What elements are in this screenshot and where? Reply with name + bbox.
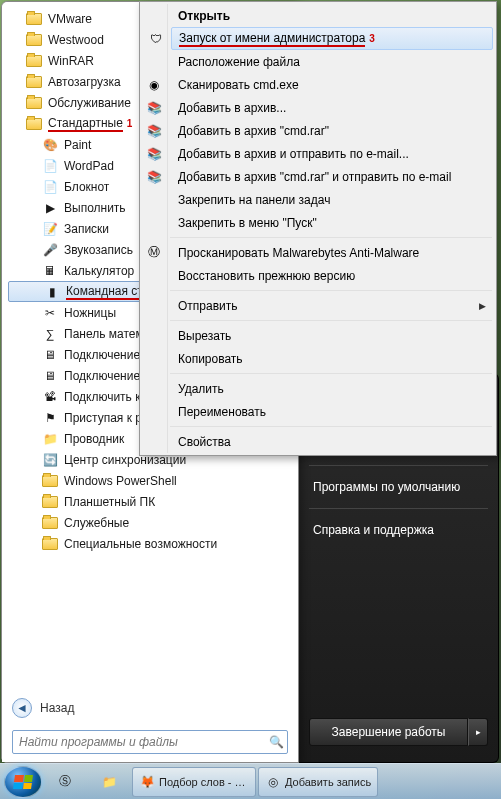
context-menu-item[interactable]: Удалить	[170, 377, 494, 400]
start-item-folder-icon[interactable]: Windows PowerShell	[6, 470, 294, 491]
context-menu-item[interactable]: Восстановить прежнюю версию	[170, 264, 494, 287]
context-menu-separator	[170, 237, 492, 238]
shutdown-options-button[interactable]: ▸	[468, 718, 488, 746]
context-menu-item[interactable]: Вырезать	[170, 324, 494, 347]
context-menu-item[interactable]: ⓂПросканировать Malwarebytes Anti-Malwar…	[170, 241, 494, 264]
search-box-container: 🔍	[12, 730, 288, 754]
snipping-tool-icon: ✂	[42, 305, 58, 321]
taskbar-button-label: Подбор слов - М...	[159, 776, 249, 788]
context-menu-item[interactable]: 📚Добавить в архив "cmd.rar" и отправить …	[170, 165, 494, 188]
getting-started-icon: ⚑	[42, 410, 58, 426]
context-menu-item[interactable]: Расположение файла	[170, 50, 494, 73]
context-menu-item-label: Просканировать Malwarebytes Anti-Malware	[178, 246, 419, 260]
context-menu-item-label: Добавить в архив "cmd.rar"	[178, 124, 329, 138]
context-menu-item-label: Удалить	[178, 382, 224, 396]
folder-icon	[26, 34, 42, 46]
context-menu-item-label: Вырезать	[178, 329, 231, 343]
context-menu-item-label: Сканировать cmd.exe	[178, 78, 299, 92]
context-menu-item[interactable]: 📚Добавить в архив и отправить по e-mail.…	[170, 142, 494, 165]
context-menu-separator	[170, 320, 492, 321]
context-menu-item-label: Добавить в архив...	[178, 101, 286, 115]
firefox-taskbar-icon[interactable]: 🦊Подбор слов - М...	[132, 767, 256, 797]
help-support-link[interactable]: Справка и поддержка	[299, 515, 498, 545]
math-input-icon: ∑	[42, 326, 58, 342]
start-button[interactable]	[4, 766, 42, 798]
folder-icon	[26, 13, 42, 25]
context-menu: Открыть🛡Запуск от имени администратора3Р…	[139, 1, 497, 456]
eset-icon: ◉	[146, 77, 162, 93]
folder-icon	[26, 97, 42, 109]
context-menu-item-label: Запуск от имени администратора3	[179, 31, 375, 47]
taskbar-app-icon: Ⓢ	[57, 774, 73, 790]
winrar-icon: 📚	[146, 169, 162, 185]
folder-icon	[26, 76, 42, 88]
item-label: Служебные	[64, 516, 290, 530]
folder-icon	[42, 538, 58, 550]
back-label: Назад	[40, 701, 74, 715]
context-menu-item[interactable]: 📚Добавить в архив "cmd.rar"	[170, 119, 494, 142]
context-menu-item[interactable]: Переименовать	[170, 400, 494, 423]
context-menu-separator	[170, 426, 492, 427]
shield-icon: 🛡	[148, 31, 164, 47]
sound-recorder-icon: 🎤	[42, 242, 58, 258]
taskbar-app-icon: ◎	[265, 774, 281, 790]
wordpad-icon: 📄	[42, 158, 58, 174]
paint-icon: 🎨	[42, 137, 58, 153]
context-menu-item[interactable]: Открыть	[170, 4, 494, 27]
search-icon: 🔍	[268, 734, 284, 750]
item-label: Специальные возможности	[64, 537, 290, 551]
start-item-folder-icon[interactable]: Планшетный ПК	[6, 491, 294, 512]
windows-logo-icon	[13, 775, 33, 789]
context-menu-item-label: Расположение файла	[178, 55, 300, 69]
network-projector-icon: 🖥	[42, 347, 58, 363]
context-menu-item-label: Открыть	[178, 9, 230, 23]
context-menu-item[interactable]: ◉Сканировать cmd.exe	[170, 73, 494, 96]
default-programs-link[interactable]: Программы по умолчанию	[299, 472, 498, 502]
context-menu-item-label: Закрепить в меню "Пуск"	[178, 216, 317, 230]
context-menu-item-label: Закрепить на панели задач	[178, 193, 330, 207]
context-menu-item[interactable]: Закрепить в меню "Пуск"	[170, 211, 494, 234]
context-menu-item[interactable]: 🛡Запуск от имени администратора3	[171, 27, 493, 50]
separator	[309, 508, 488, 509]
folder-icon	[26, 55, 42, 67]
cmd-icon: ▮	[44, 284, 60, 300]
winrar-icon: 📚	[146, 100, 162, 116]
winrar-icon: 📚	[146, 146, 162, 162]
taskbar-app-icon: 📁	[101, 774, 117, 790]
context-menu-item-label: Переименовать	[178, 405, 266, 419]
folder-icon	[42, 496, 58, 508]
context-menu-item-label: Восстановить прежнюю версию	[178, 269, 355, 283]
taskbar: Ⓢ📁🦊Подбор слов - М...◎Добавить запись	[0, 763, 501, 799]
notepad-icon: 📄	[42, 179, 58, 195]
context-menu-separator	[170, 290, 492, 291]
context-menu-item-label: Копировать	[178, 352, 243, 366]
context-menu-item[interactable]: 📚Добавить в архив...	[170, 96, 494, 119]
shutdown-button[interactable]: Завершение работы	[309, 718, 468, 746]
back-button[interactable]: ◄ Назад	[6, 690, 294, 726]
context-menu-item[interactable]: Свойства	[170, 430, 494, 453]
winrar-icon: 📚	[146, 123, 162, 139]
search-input[interactable]	[12, 730, 288, 754]
folder-icon	[26, 118, 42, 130]
folder-icon	[42, 517, 58, 529]
taskbar-app-icon: 🦊	[139, 774, 155, 790]
run-icon: ▶	[42, 200, 58, 216]
context-menu-item[interactable]: Закрепить на панели задач	[170, 188, 494, 211]
context-menu-gutter	[142, 4, 168, 453]
submenu-arrow-icon: ▶	[479, 301, 486, 311]
malwarebytes-icon: Ⓜ	[146, 245, 162, 261]
skype-taskbar-icon[interactable]: Ⓢ	[44, 767, 86, 797]
context-menu-item-label: Свойства	[178, 435, 231, 449]
explorer-taskbar-icon[interactable]: 📁	[88, 767, 130, 797]
remote-desktop-icon: 🖥	[42, 368, 58, 384]
sticky-notes-icon: 📝	[42, 221, 58, 237]
start-item-folder-icon[interactable]: Служебные	[6, 512, 294, 533]
start-item-folder-icon[interactable]: Специальные возможности	[6, 533, 294, 554]
taskbar-button-label: Добавить запись	[285, 776, 371, 788]
context-menu-item[interactable]: Отправить▶	[170, 294, 494, 317]
folder-icon	[42, 475, 58, 487]
context-menu-item[interactable]: Копировать	[170, 347, 494, 370]
explorer-icon: 📁	[42, 431, 58, 447]
item-label: Windows PowerShell	[64, 474, 290, 488]
chrome-taskbar-icon[interactable]: ◎Добавить запись	[258, 767, 378, 797]
